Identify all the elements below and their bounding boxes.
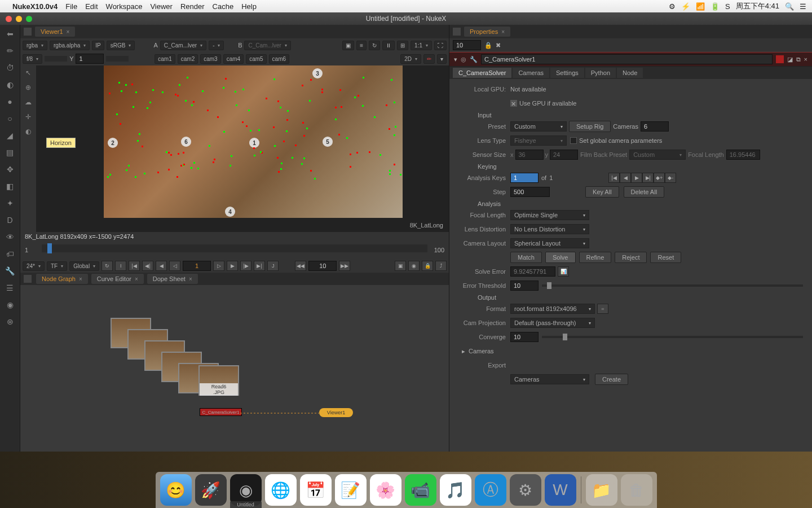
- step-fwd-button[interactable]: ▶: [227, 261, 238, 271]
- tab-curve-editor[interactable]: Curve Editor×: [91, 274, 144, 284]
- menu-viewer[interactable]: Viewer: [150, 2, 173, 11]
- tool-toolsets-icon[interactable]: 🔧: [5, 265, 16, 277]
- settings-icon[interactable]: ▾: [437, 54, 447, 64]
- cloud-icon[interactable]: ☁: [23, 97, 33, 107]
- subtab-cameras[interactable]: Cameras: [513, 68, 549, 78]
- nuke-icon[interactable]: ◉Untitled [modified]: [230, 474, 262, 506]
- preset-select[interactable]: Custom: [510, 121, 567, 132]
- node-close-icon[interactable]: ×: [804, 56, 807, 63]
- node-name-input[interactable]: C_CameraSolver1: [481, 54, 773, 64]
- tool-views-icon[interactable]: 👁: [5, 231, 16, 243]
- set-global-checkbox[interactable]: [570, 137, 577, 144]
- lock-icon[interactable]: 🔒: [422, 261, 433, 271]
- key-prev-button[interactable]: ◀: [620, 173, 631, 183]
- tool-3d-icon[interactable]: ◧: [5, 181, 16, 192]
- add-icon[interactable]: ⊕: [23, 82, 33, 93]
- scope-select[interactable]: Global: [69, 261, 99, 271]
- tool-import-icon[interactable]: ⬅: [5, 28, 16, 40]
- in-icon[interactable]: I: [115, 261, 126, 271]
- reset-button[interactable]: Reset: [650, 252, 681, 263]
- viewport[interactable]: 3 2 6 1 5 4 Horizon 8K_LatLong: [36, 65, 449, 232]
- downloads-icon[interactable]: 📁: [586, 474, 617, 506]
- collapse-icon[interactable]: ▾: [454, 56, 457, 63]
- minimize-button[interactable]: [16, 16, 22, 22]
- cam-marker-5[interactable]: 5: [323, 137, 333, 147]
- tf-select[interactable]: TF: [47, 261, 67, 271]
- cam2-button[interactable]: cam2: [178, 54, 198, 64]
- menu-cache[interactable]: Cache: [213, 2, 234, 11]
- wifi-icon[interactable]: 📶: [696, 2, 705, 11]
- cam-marker-4[interactable]: 4: [225, 207, 235, 217]
- tool-cara-icon[interactable]: ⊛: [5, 316, 16, 327]
- error-threshold-slider[interactable]: [542, 284, 803, 287]
- menu-icon[interactable]: ☰: [800, 2, 806, 11]
- status-icon[interactable]: ⚙: [669, 2, 676, 11]
- launchpad-icon[interactable]: 🚀: [195, 474, 227, 506]
- close-button[interactable]: [6, 16, 12, 22]
- key-all-button[interactable]: Key All: [585, 186, 619, 198]
- tool-keyer-icon[interactable]: ◢: [5, 130, 16, 141]
- sensor-x-input[interactable]: 36: [515, 150, 544, 160]
- tab-dope-sheet[interactable]: Dope Sheet×: [147, 274, 198, 284]
- node-float-icon[interactable]: ⧉: [796, 56, 801, 63]
- colorspace-select[interactable]: sRGB: [107, 41, 135, 50]
- error-threshold-input[interactable]: 10: [510, 281, 539, 291]
- crosshair-icon[interactable]: ✛: [23, 112, 33, 122]
- menu-edit[interactable]: Edit: [85, 2, 98, 11]
- converge-slider[interactable]: [542, 336, 803, 338]
- subtab-main[interactable]: C_CameraSolver: [453, 68, 511, 78]
- word-icon[interactable]: W: [545, 474, 576, 506]
- input-b-select[interactable]: C_Cam...lver: [244, 41, 290, 50]
- view-2d-select[interactable]: 2D: [400, 54, 421, 64]
- close-icon[interactable]: ×: [135, 276, 138, 282]
- settings-icon[interactable]: ⚙: [510, 474, 541, 506]
- close-icon[interactable]: ×: [501, 29, 505, 35]
- create-button[interactable]: Create: [595, 374, 628, 385]
- node-graph[interactable]: Read6.JPG C_CameraSolver1 Viewer1: [20, 285, 449, 452]
- tool-transform-icon[interactable]: ✥: [5, 164, 16, 175]
- close-icon[interactable]: ×: [67, 29, 70, 35]
- calendar-icon[interactable]: 📅: [300, 474, 332, 506]
- play-fwd-button[interactable]: ▷: [213, 261, 224, 271]
- subtab-settings[interactable]: Settings: [550, 68, 584, 78]
- pane-menu-icon[interactable]: [24, 28, 32, 36]
- channel-select[interactable]: rgba: [23, 41, 47, 50]
- node-disable-icon[interactable]: ◪: [787, 56, 793, 63]
- menu-help[interactable]: Help: [241, 2, 257, 11]
- format-select[interactable]: root.format 8192x4096: [510, 304, 595, 314]
- fl-select[interactable]: Optimize Single: [510, 210, 589, 220]
- cam6-button[interactable]: cam6: [269, 54, 289, 64]
- gain-slider[interactable]: [45, 56, 67, 62]
- capture-icon[interactable]: ◉: [408, 261, 420, 271]
- fstop-select[interactable]: f/8: [23, 54, 42, 64]
- sync-icon[interactable]: ↻: [102, 261, 113, 271]
- input-a-select[interactable]: C_Cam...lver: [160, 41, 206, 50]
- camera-solver-node[interactable]: C_CameraSolver1: [200, 408, 242, 416]
- step-back-button[interactable]: ◀: [156, 261, 167, 271]
- ld-select[interactable]: No Lens Distortion: [510, 224, 589, 234]
- last-frame-button[interactable]: ▶|: [254, 261, 265, 271]
- out-icon[interactable]: J: [267, 261, 279, 271]
- range-fwd-button[interactable]: ▶▶: [339, 261, 350, 271]
- input-icon[interactable]: S: [725, 2, 730, 11]
- gamma-slider[interactable]: [106, 56, 129, 62]
- alpha-select[interactable]: rgba.alpha: [50, 41, 90, 50]
- key-last-button[interactable]: ▶|: [642, 173, 654, 183]
- reject-button[interactable]: Reject: [615, 252, 647, 263]
- refine-button[interactable]: Refine: [579, 252, 612, 263]
- format-link-icon[interactable]: =: [597, 304, 608, 314]
- y-input[interactable]: 1: [76, 54, 104, 64]
- fps-select[interactable]: 24*: [23, 261, 45, 271]
- trash-icon[interactable]: 🗑: [621, 474, 652, 506]
- export-select[interactable]: Cameras: [510, 374, 589, 384]
- viewer-tab[interactable]: Viewer1×: [35, 27, 75, 37]
- pause-icon[interactable]: ⏸: [382, 41, 395, 50]
- close-icon[interactable]: ×: [189, 276, 192, 282]
- itunes-icon[interactable]: 🎵: [440, 474, 471, 506]
- close-icon[interactable]: ×: [79, 276, 82, 282]
- sensor-y-input[interactable]: 24: [550, 150, 578, 160]
- cam5-button[interactable]: cam5: [246, 54, 266, 64]
- delete-all-button[interactable]: Delete All: [624, 186, 664, 198]
- export-icon[interactable]: ⤴: [435, 261, 447, 271]
- lock-icon[interactable]: 🔒: [484, 42, 492, 49]
